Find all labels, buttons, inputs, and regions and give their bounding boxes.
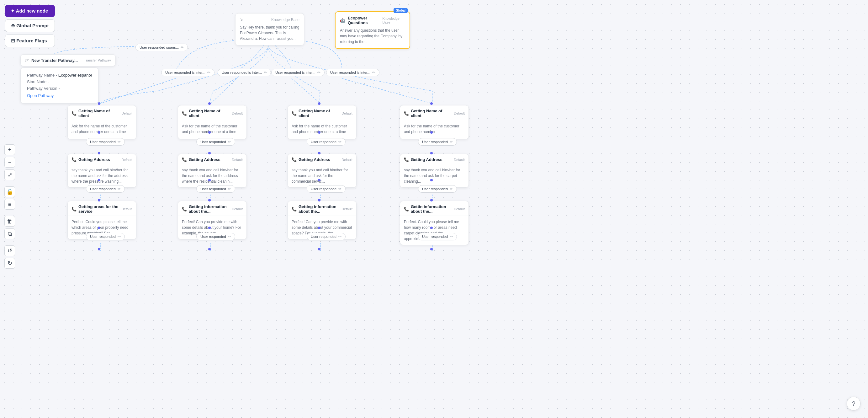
getting-name-node-col4[interactable]: 📞 Getting Name of client Default Ask for… [400, 105, 469, 139]
conn-label-col3-info: User responded ✏ [307, 233, 346, 240]
edit-icon-col3-name[interactable]: ✏ [338, 140, 341, 144]
dot-col1-before-area [98, 199, 100, 202]
badge-col2-name: Default [232, 111, 243, 115]
transfer-node-label: New Transfer Pathway... [31, 58, 78, 63]
getting-address-node-col4[interactable]: 📞 Getting Address Default say thank you … [400, 154, 469, 188]
getting-name-node-col2[interactable]: 📞 Getting Name of client Default Ask for… [178, 105, 247, 139]
zoom-in-button[interactable]: + [4, 144, 15, 155]
edit-icon-col1-area[interactable]: ✏ [118, 234, 121, 239]
phone-icon-col4-name: 📞 [404, 111, 409, 116]
dot-col1-top [98, 102, 100, 105]
trash-button[interactable]: 🗑 [4, 216, 15, 227]
getting-address-node-col3[interactable]: 📞 Getting Address Default say thank you … [287, 154, 356, 188]
node-body-col2-addr: say thank you and call him/her for the n… [178, 164, 246, 187]
knowledge-base-node[interactable]: ▷ Knowledge Base Say Hey there, thank yo… [235, 13, 304, 46]
ecopower-global-node[interactable]: Global 🤖 Ecopower Questions Knowledge Ba… [335, 11, 410, 49]
dot-col1-after-area [98, 227, 100, 229]
badge-col2-info: Default [232, 207, 243, 211]
svg-line-22 [291, 79, 320, 103]
phone-icon-col2-addr: 📞 [182, 157, 187, 162]
conn-label-col1-addr: User responded ✏ [86, 185, 125, 193]
phone-icon-col3-name: 📞 [291, 111, 297, 116]
undo-button[interactable]: ↺ [4, 245, 15, 256]
edit-icon-col2-info[interactable]: ✏ [228, 234, 231, 239]
node-title-col2-addr: Getting Address [189, 157, 220, 162]
edit-icon-inter-2[interactable]: ✏ [264, 70, 267, 75]
edit-icon-col2-name[interactable]: ✏ [228, 140, 231, 144]
ecopower-node-text: Answer any questions that the user may h… [340, 28, 405, 44]
transfer-node-badge: Transfer Pathway [84, 58, 111, 62]
edit-icon-inter-1[interactable]: ✏ [207, 70, 210, 75]
edit-icon-col1-addr[interactable]: ✏ [118, 187, 121, 191]
dot-col3-after-info [318, 227, 320, 229]
dot-col2-top [208, 102, 211, 105]
conn-label-col1-area: User responded ✏ [86, 233, 125, 240]
dot-col4-top [430, 102, 433, 105]
svg-line-21 [211, 79, 237, 103]
dot-col2-after-addr [208, 179, 211, 181]
zoom-out-button[interactable]: − [4, 157, 15, 168]
canvas[interactable]: ✦ Add new node ⊕ Global Prompt ⊟ Feature… [0, 0, 868, 418]
node-title-col2-info: Getting information about the... [189, 204, 232, 214]
edit-icon-col4-name[interactable]: ✏ [450, 140, 453, 144]
conn-label-col1-name: User responded ✏ [86, 138, 125, 146]
getting-address-node-col1[interactable]: 📞 Getting Address Default say thank you … [67, 154, 136, 188]
badge-col4-addr: Default [454, 158, 465, 161]
getting-name-node-col3[interactable]: 📞 Getting Name of client Default Ask for… [287, 105, 356, 139]
badge-col2-addr: Default [232, 158, 243, 161]
dot-col2-after-info [208, 227, 211, 229]
dot-col4-before-addr [430, 152, 433, 154]
edit-icon-col2-addr[interactable]: ✏ [228, 187, 231, 191]
node-title-col1-addr: Getting Address [79, 157, 110, 162]
dot-col1-before-addr [98, 152, 100, 154]
phone-icon-col4-info: 📞 [404, 207, 409, 211]
dot-col3-bottom [318, 248, 320, 250]
conn-label-col2-name: User responded ✏ [196, 138, 235, 146]
feature-flags-button[interactable]: ⊟ Feature Flags [5, 34, 55, 47]
edit-icon-col3-info[interactable]: ✏ [338, 234, 341, 239]
edit-icon-col1-name[interactable]: ✏ [118, 140, 121, 144]
conn-label-col4-addr: User responded ✏ [418, 185, 457, 193]
transfer-pathway-node[interactable]: ⇄ New Transfer Pathway... Transfer Pathw… [20, 54, 116, 66]
node-title-col3-info: Getting information about the... [299, 204, 341, 214]
badge-col3-addr: Default [341, 158, 352, 161]
phone-icon-col3-info: 📞 [291, 207, 297, 211]
badge-col1-area: Default [121, 207, 132, 211]
getting-name-node-col1[interactable]: 📞 Getting Name of client Default Ask for… [67, 105, 136, 139]
node-title-col4-addr: Getting Address [411, 157, 442, 162]
redo-button[interactable]: ↻ [4, 258, 15, 269]
edit-icon-inter-3[interactable]: ✏ [317, 70, 320, 75]
tool-controls: + − ⤢ 🔒 ≡ 🗑 ⧉ ↺ ↻ [4, 144, 15, 269]
edit-icon-col4-addr[interactable]: ✏ [450, 187, 453, 191]
open-pathway-link[interactable]: Open Pathway [27, 93, 54, 98]
help-button[interactable]: ? [847, 397, 861, 411]
dot-col1-after-name [98, 131, 100, 134]
lock-button[interactable]: 🔒 [4, 186, 15, 197]
dot-col1-bottom [98, 248, 100, 250]
badge-col4-name: Default [454, 111, 465, 115]
phone-icon-col1-name: 📞 [71, 111, 76, 116]
edit-icon-col4-info[interactable]: ✏ [450, 234, 453, 239]
getting-address-node-col2[interactable]: 📞 Getting Address Default say thank you … [178, 154, 247, 188]
dot-col4-bottom [430, 248, 433, 250]
fit-screen-button[interactable]: ⤢ [4, 170, 15, 180]
dot-col1-after-addr [98, 179, 100, 181]
dot-col3-after-name [318, 131, 320, 134]
global-prompt-button[interactable]: ⊕ Global Prompt [5, 20, 55, 32]
node-body-col1-addr: say thank you and call him/her for the n… [68, 164, 136, 187]
kb-node-text: Say Hey there, thank you for calling Eco… [240, 25, 300, 41]
svg-line-23 [342, 79, 433, 103]
edit-icon-spans[interactable]: ✏ [181, 45, 184, 50]
badge-col3-name: Default [341, 111, 352, 115]
conn-label-col2-addr: User responded ✏ [196, 185, 235, 193]
add-new-node-button[interactable]: ✦ Add new node [5, 5, 55, 17]
list-button[interactable]: ≡ [4, 199, 15, 210]
pathway-info-panel: Pathway Name - Ecopower español Start No… [20, 67, 98, 103]
edit-icon-inter-4[interactable]: ✏ [372, 70, 375, 75]
copy-button[interactable]: ⧉ [4, 229, 15, 239]
conn-label-col2-info: User responded ✏ [196, 233, 235, 240]
dot-col4-after-info [430, 227, 433, 229]
svg-line-20 [100, 79, 176, 103]
conn-label-col3-addr: User responded ✏ [307, 185, 346, 193]
edit-icon-col3-addr[interactable]: ✏ [338, 187, 341, 191]
